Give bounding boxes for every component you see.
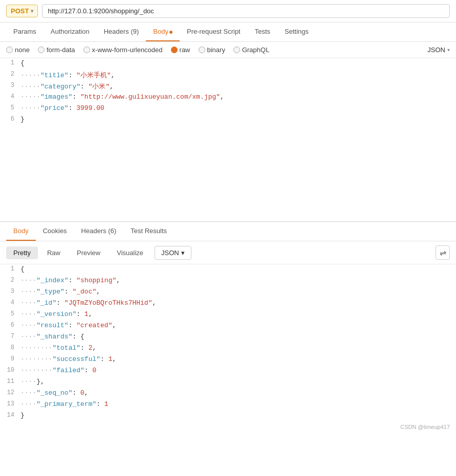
resp-line-10: 10 ········"failed": 0 — [0, 366, 456, 377]
req-code-line-5: 5 ·····"price": 3999.00 — [0, 103, 456, 115]
req-line-num-5: 5 — [0, 103, 20, 111]
radio-graphql-circle — [233, 47, 240, 53]
request-format-selector[interactable]: JSON ▾ — [427, 46, 450, 54]
radio-binary-circle — [199, 47, 205, 53]
req-line-content-4: ·····"images": "http://www.gulixueyuan.c… — [20, 92, 456, 102]
radio-none[interactable]: none — [6, 46, 30, 54]
fmt-preview-button[interactable]: Preview — [70, 246, 107, 259]
resp-line-11: 11 ····}, — [0, 377, 456, 388]
request-format-label: JSON — [427, 46, 445, 54]
request-tabs-row: Params Authorization Headers (9) Body Pr… — [0, 22, 456, 42]
radio-urlencoded-circle — [83, 47, 90, 53]
radio-none-circle — [6, 47, 13, 53]
radio-graphql[interactable]: GraphQL — [233, 46, 269, 54]
radio-form-data-circle — [38, 47, 45, 53]
resp-tab-body[interactable]: Body — [6, 222, 36, 241]
response-format-row: Pretty Raw Preview Visualize JSON ▾ ⇌ — [0, 241, 456, 264]
req-code-line-1: 1 { — [0, 58, 456, 70]
response-format-label: JSON — [161, 249, 179, 257]
resp-line-3: 3 ····"_type": "_doc", — [0, 287, 456, 298]
req-line-content-5: ·····"price": 3999.00 — [20, 103, 456, 113]
resp-tab-test-results[interactable]: Test Results — [123, 222, 174, 241]
req-line-num-6: 6 — [0, 115, 20, 123]
tab-authorization[interactable]: Authorization — [44, 22, 97, 41]
resp-line-7: 7 ····"_shards": { — [0, 332, 456, 343]
response-format-chevron-icon: ▾ — [181, 249, 185, 257]
fmt-pretty-button[interactable]: Pretty — [6, 246, 38, 259]
fmt-raw-button[interactable]: Raw — [40, 246, 68, 259]
resp-tab-headers[interactable]: Headers (6) — [74, 222, 124, 241]
req-line-num-3: 3 — [0, 81, 20, 89]
resp-line-9: 9 ········"successful": 1, — [0, 354, 456, 366]
resp-line-1: 1 { — [0, 264, 456, 276]
body-dot — [169, 31, 172, 34]
resp-tab-cookies[interactable]: Cookies — [36, 222, 74, 241]
req-code-line-6: 6 } — [0, 115, 456, 126]
response-body-code: 1 { 2 ····"_index": "shopping", 3 ····"_… — [0, 264, 456, 422]
req-code-line-2: 2 ·····"title": "小米手机", — [0, 70, 456, 81]
req-line-content-6: } — [20, 115, 456, 124]
url-input[interactable] — [42, 4, 450, 18]
resp-line-13: 13 ····"_primary_term": 1 — [0, 399, 456, 411]
tab-settings[interactable]: Settings — [277, 22, 316, 41]
tab-headers[interactable]: Headers (9) — [97, 22, 146, 41]
req-code-line-3: 3 ·····"category": "小米", — [0, 81, 456, 92]
request-bar: POST ▾ — [0, 0, 456, 22]
body-type-row: none form-data x-www-form-urlencoded raw… — [0, 42, 456, 58]
req-line-content-2: ·····"title": "小米手机", — [20, 70, 456, 81]
request-format-chevron-icon: ▾ — [447, 47, 450, 53]
method-chevron-icon: ▾ — [31, 8, 33, 14]
request-body-editor[interactable]: 1 { 2 ·····"title": "小米手机", 3 ·····"cate… — [0, 58, 456, 222]
req-line-content-3: ·····"category": "小米", — [20, 81, 456, 92]
req-code-line-4: 4 ·····"images": "http://www.gulixueyuan… — [0, 92, 456, 103]
tab-pre-request[interactable]: Pre-request Script — [180, 22, 248, 41]
wrap-icon[interactable]: ⇌ — [436, 245, 450, 260]
method-select[interactable]: POST ▾ — [6, 5, 38, 17]
radio-binary[interactable]: binary — [199, 46, 225, 54]
tab-params[interactable]: Params — [6, 22, 44, 41]
response-format-selector[interactable]: JSON ▾ — [155, 246, 191, 260]
req-line-num-4: 4 — [0, 92, 20, 100]
response-tabs-row: Body Cookies Headers (6) Test Results — [0, 222, 456, 241]
radio-raw-circle — [171, 47, 178, 53]
resp-line-6: 6 ····"result": "created", — [0, 321, 456, 332]
req-line-content-1: { — [20, 58, 456, 68]
watermark: CSDN @timeup417 — [0, 422, 456, 434]
radio-form-data[interactable]: form-data — [38, 46, 75, 54]
resp-line-4: 4 ····"_id": "JQTmZYoBQroTHks7HHid", — [0, 298, 456, 309]
resp-line-8: 8 ········"total": 2, — [0, 343, 456, 354]
tab-body[interactable]: Body — [146, 22, 180, 41]
resp-line-12: 12 ····"_seq_no": 0, — [0, 388, 456, 399]
response-section: Body Cookies Headers (6) Test Results Pr… — [0, 222, 456, 434]
resp-line-14: 14 } — [0, 411, 456, 422]
resp-line-2: 2 ····"_index": "shopping", — [0, 276, 456, 287]
method-label: POST — [11, 7, 29, 15]
req-line-num-1: 1 — [0, 58, 20, 66]
req-line-num-2: 2 — [0, 70, 20, 78]
fmt-visualize-button[interactable]: Visualize — [110, 246, 150, 259]
tab-tests[interactable]: Tests — [248, 22, 277, 41]
resp-line-5: 5 ····"_version": 1, — [0, 309, 456, 321]
radio-raw[interactable]: raw — [171, 46, 190, 54]
radio-urlencoded[interactable]: x-www-form-urlencoded — [83, 46, 163, 54]
